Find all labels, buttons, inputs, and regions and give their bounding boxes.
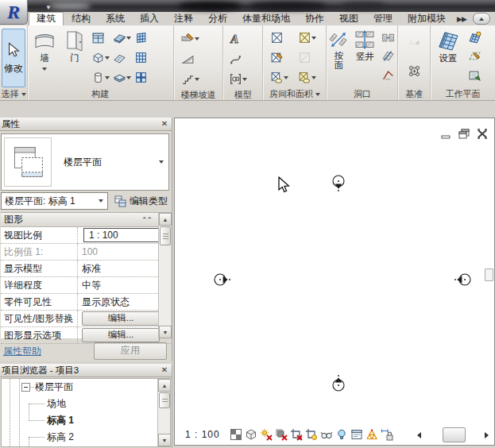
tab-0[interactable]: 建筑 (29, 12, 64, 25)
area-button[interactable] (297, 28, 317, 48)
edit-button[interactable]: 编辑... (82, 328, 160, 342)
scale-button[interactable]: 1 : 100 (185, 429, 220, 440)
drawing-area[interactable]: 1 : 100 (174, 118, 495, 446)
room-button[interactable] (269, 28, 289, 48)
tab-9[interactable]: 管理 (366, 13, 400, 25)
temporary-view-properties-icon[interactable] (350, 428, 364, 442)
mullion-button[interactable] (133, 68, 149, 87)
property-value-text[interactable]: 中等 (82, 279, 101, 292)
tree-item-label[interactable]: 标高 1 (47, 414, 74, 427)
tree-item-0[interactable]: 楼层平面 (2, 379, 170, 396)
sun-path-off-icon[interactable] (260, 428, 273, 442)
collapse-section-icon[interactable]: ⌃⌃ (141, 216, 152, 224)
component-button[interactable] (91, 48, 110, 68)
tab-10[interactable]: 附加模块 (400, 13, 453, 25)
horizontal-scrollbar-thumb[interactable] (443, 427, 466, 442)
stair-button[interactable] (180, 69, 200, 89)
type-selector-caret[interactable] (154, 158, 168, 166)
modify-button[interactable]: 修改 (2, 29, 25, 87)
type-selector[interactable]: 楼层平面 (1, 133, 169, 191)
property-value-text[interactable]: 标准 (82, 262, 101, 276)
elevation-marker-down[interactable] (328, 171, 350, 191)
wall-opening-button[interactable] (381, 29, 396, 47)
quick-access-caret-icon[interactable]: ▼ (45, 4, 52, 11)
scrollbar-thumb[interactable] (160, 226, 171, 245)
reveal-hidden-elements-icon[interactable] (335, 428, 349, 442)
minimize-ribbon-button[interactable] (473, 13, 490, 25)
application-menu-button[interactable]: R (0, 0, 28, 25)
curtain-system-button[interactable] (133, 28, 149, 48)
tree-item-2[interactable]: 标高 1 (2, 412, 170, 429)
minimize-icon[interactable] (441, 129, 451, 139)
detail-level-icon[interactable] (245, 428, 258, 442)
panel-room-area-label[interactable]: 房间和面积 (263, 88, 326, 100)
tree-item-label[interactable]: 楼层平面 (35, 380, 73, 394)
tab-overflow-icon[interactable]: ▶▶ (457, 13, 466, 25)
grid-button[interactable] (407, 61, 422, 81)
scroll-down-icon[interactable]: ▼ (158, 434, 171, 446)
restore-icon[interactable] (458, 129, 470, 139)
edit-button[interactable]: 编辑... (82, 311, 160, 326)
vertical-scrollbar-thumb[interactable] (485, 268, 493, 281)
window-button[interactable] (91, 28, 110, 48)
properties-scrollbar[interactable]: ▲ ▼ (158, 213, 171, 338)
crop-view-off-icon[interactable] (290, 428, 304, 442)
show-analytical-model-icon[interactable] (365, 428, 379, 442)
close-icon[interactable]: ✕ (159, 365, 170, 376)
temporary-hide-isolate-icon[interactable] (320, 428, 334, 442)
elevation-marker-right[interactable] (210, 269, 231, 290)
tab-4[interactable]: 注释 (167, 13, 200, 25)
viewer-button[interactable] (467, 66, 482, 84)
close-icon[interactable] (477, 129, 488, 139)
elevation-marker-up[interactable] (328, 375, 350, 396)
tab-7[interactable]: 协作 (298, 13, 331, 25)
tag-area-button[interactable] (297, 68, 317, 87)
tab-1[interactable]: 结构 (64, 13, 98, 25)
wall-button[interactable]: 墙 (28, 28, 61, 75)
scroll-right-icon[interactable] (484, 431, 492, 440)
ref-plane-button[interactable] (467, 47, 482, 65)
model-group-button[interactable] (228, 69, 248, 89)
opening-by-face-button[interactable]: 按面 (327, 28, 350, 71)
panel-select-label[interactable]: 选择 (0, 88, 27, 100)
properties-help-link[interactable]: 属性帮助 (3, 345, 41, 358)
elevation-marker-left[interactable] (454, 269, 476, 290)
opening-shaft-button[interactable]: 竖井 (350, 28, 379, 64)
set-work-plane-button[interactable]: 设置 (431, 28, 466, 66)
graphics-section-header[interactable]: 图形 ⌃⌃ (1, 213, 171, 227)
tree-item-label[interactable]: 场地 (47, 397, 66, 411)
scroll-up-icon[interactable]: ▲ (158, 379, 171, 392)
property-value-text[interactable]: 100 (82, 246, 98, 257)
tab-5[interactable]: 分析 (201, 13, 234, 25)
reveal-constraints-icon[interactable] (381, 428, 394, 442)
tree-item-1[interactable]: 场地 (2, 396, 170, 412)
tag-room-button[interactable] (269, 68, 289, 87)
ramp-button[interactable] (180, 49, 200, 69)
apply-button[interactable]: 应用 (94, 342, 167, 360)
show-work-plane-button[interactable] (467, 29, 482, 47)
railing-button[interactable] (180, 29, 200, 48)
view-scale-input[interactable]: 1 : 100 (83, 228, 160, 242)
show-crop-region-icon[interactable] (305, 428, 319, 442)
model-line-button[interactable] (228, 49, 248, 69)
instance-selector-combo[interactable]: 楼层平面: 标高 1 (1, 192, 108, 210)
model-text-button[interactable]: A (228, 29, 248, 48)
tab-8[interactable]: 视图 (332, 13, 365, 25)
floor-button[interactable] (112, 68, 132, 87)
tab-2[interactable]: 系统 (99, 13, 132, 25)
edit-type-button[interactable]: 编辑类型 (108, 195, 171, 208)
scrollbar-thumb[interactable] (159, 392, 170, 408)
visual-style-icon[interactable] (230, 428, 243, 442)
scroll-down-icon[interactable]: ▼ (159, 326, 172, 338)
door-button[interactable]: 门 (61, 28, 88, 66)
roof-button[interactable] (112, 28, 132, 48)
vertical-opening-button[interactable] (381, 47, 396, 65)
shadows-off-icon[interactable] (275, 428, 288, 442)
tree-item-label[interactable]: 标高 2 (47, 431, 74, 444)
browser-scrollbar[interactable]: ▲ ▼ (157, 379, 170, 446)
tab-3[interactable]: 插入 (133, 13, 166, 25)
property-value-text[interactable]: 显示原状态 (82, 295, 130, 309)
column-button[interactable] (91, 68, 110, 87)
ceiling-button[interactable] (112, 48, 132, 68)
close-icon[interactable]: ✕ (159, 119, 170, 129)
